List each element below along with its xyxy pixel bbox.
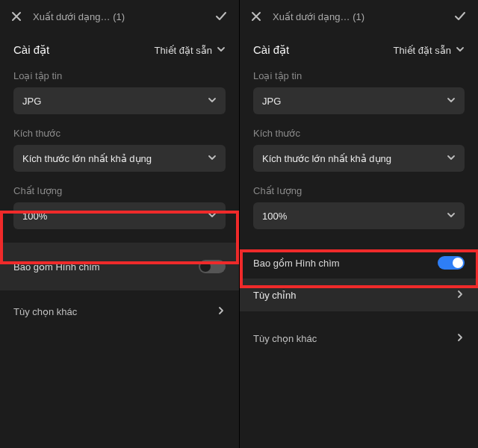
customize-label: Tùy chỉnh bbox=[253, 290, 296, 301]
chevron-down-icon bbox=[447, 211, 456, 222]
chevron-down-icon bbox=[447, 153, 456, 164]
size-value: Kích thước lớn nhất khả dụng bbox=[22, 153, 152, 164]
quality-select[interactable]: 100% bbox=[253, 202, 465, 229]
settings-heading: Cài đặt bbox=[253, 43, 289, 57]
settings-heading: Cài đặt bbox=[13, 43, 49, 57]
panel-right: Xuất dưới dạng… (1) Cài đặt Thiết đặt sẵ… bbox=[239, 0, 478, 448]
size-select[interactable]: Kích thước lớn nhất khả dụng bbox=[253, 145, 465, 172]
quality-select[interactable]: 100% bbox=[13, 202, 226, 229]
size-label: Kích thước bbox=[13, 128, 226, 139]
chevron-right-icon bbox=[217, 306, 226, 317]
panel-left: Xuất dưới dạng… (1) Cài đặt Thiết đặt sẵ… bbox=[0, 0, 239, 448]
header-title: Xuất dưới dạng… (1) bbox=[273, 11, 453, 22]
quality-label: Chất lượng bbox=[253, 185, 465, 196]
size-value: Kích thước lớn nhất khả dụng bbox=[262, 153, 391, 164]
watermark-label: Bao gồm Hình chìm bbox=[253, 258, 340, 269]
file-type-label: Loại tập tin bbox=[13, 70, 226, 81]
watermark-label: Bao gồm Hình chìm bbox=[13, 261, 100, 273]
chevron-down-icon bbox=[217, 45, 226, 56]
chevron-down-icon bbox=[447, 96, 456, 107]
preset-dropdown[interactable]: Thiết đặt sẵn bbox=[394, 45, 465, 56]
chevron-down-icon bbox=[208, 153, 217, 164]
file-type-label: Loại tập tin bbox=[253, 70, 465, 81]
file-type-value: JPG bbox=[22, 96, 41, 107]
file-type-value: JPG bbox=[262, 96, 281, 107]
more-options-row[interactable]: Tùy chọn khác bbox=[240, 322, 478, 355]
confirm-icon[interactable] bbox=[214, 9, 229, 24]
more-options-label: Tùy chọn khác bbox=[253, 333, 317, 344]
chevron-right-icon bbox=[456, 333, 465, 344]
chevron-down-icon bbox=[456, 45, 465, 56]
chevron-down-icon bbox=[208, 96, 217, 107]
customize-row[interactable]: Tùy chỉnh bbox=[240, 279, 478, 311]
watermark-toggle[interactable] bbox=[199, 260, 226, 273]
quality-label: Chất lượng bbox=[13, 185, 226, 196]
file-type-select[interactable]: JPG bbox=[13, 87, 226, 114]
chevron-right-icon bbox=[456, 290, 465, 301]
watermark-row: Bao gồm Hình chìm bbox=[240, 243, 478, 279]
header: Xuất dưới dạng… (1) bbox=[240, 0, 478, 33]
close-icon[interactable] bbox=[10, 10, 22, 22]
more-options-label: Tùy chọn khác bbox=[13, 306, 77, 317]
header-title: Xuất dưới dạng… (1) bbox=[33, 11, 214, 22]
preset-label: Thiết đặt sẵn bbox=[155, 45, 212, 56]
preset-dropdown[interactable]: Thiết đặt sẵn bbox=[155, 45, 226, 56]
close-icon[interactable] bbox=[250, 10, 262, 22]
file-type-select[interactable]: JPG bbox=[253, 87, 465, 114]
preset-label: Thiết đặt sẵn bbox=[394, 45, 451, 56]
more-options-row[interactable]: Tùy chọn khác bbox=[0, 295, 239, 328]
watermark-toggle[interactable] bbox=[438, 256, 465, 270]
header: Xuất dưới dạng… (1) bbox=[0, 0, 239, 33]
watermark-row: Bao gồm Hình chìm bbox=[0, 243, 239, 290]
quality-value: 100% bbox=[22, 211, 47, 222]
chevron-down-icon bbox=[208, 211, 217, 222]
size-label: Kích thước bbox=[253, 128, 465, 139]
size-select[interactable]: Kích thước lớn nhất khả dụng bbox=[13, 145, 226, 172]
quality-value: 100% bbox=[262, 211, 287, 222]
confirm-icon[interactable] bbox=[453, 9, 468, 24]
